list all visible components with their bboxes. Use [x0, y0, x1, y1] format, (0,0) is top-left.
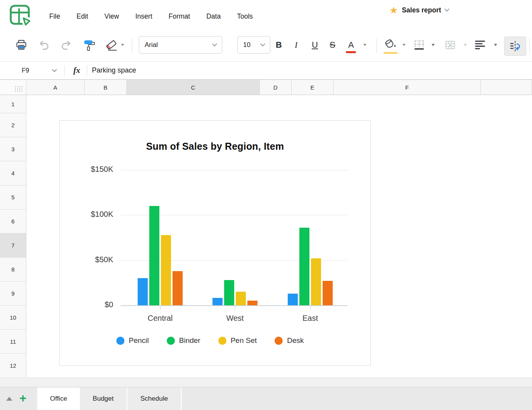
- row-headers: 123456789101112: [0, 95, 26, 378]
- menu-item-format[interactable]: Format: [161, 9, 198, 24]
- undo-button[interactable]: [37, 41, 50, 51]
- underline-button[interactable]: U: [312, 40, 318, 50]
- row-header-9[interactable]: 9: [0, 282, 26, 306]
- legend-label: Pen Set: [231, 336, 257, 345]
- category-label-west: West: [208, 314, 262, 323]
- column-header-F[interactable]: F: [333, 80, 481, 95]
- legend-item-binder: Binder: [167, 336, 200, 345]
- align-dropdown-arrow-icon[interactable]: [494, 44, 497, 46]
- legend-swatch-icon: [167, 337, 175, 345]
- font-color-dropdown-arrow-icon[interactable]: [363, 44, 366, 46]
- column-header-overflow[interactable]: [481, 80, 532, 95]
- sheet-list-button[interactable]: [6, 388, 12, 410]
- y-axis-tick-label: $50K: [74, 255, 113, 264]
- italic-button[interactable]: I: [295, 40, 297, 50]
- row-header-11[interactable]: 11: [0, 330, 26, 354]
- column-header-A[interactable]: A: [26, 80, 85, 95]
- menu-item-tools[interactable]: Tools: [229, 9, 261, 24]
- redo-button[interactable]: [60, 41, 73, 51]
- font-color-swatch: [346, 51, 356, 53]
- select-all-corner[interactable]: [0, 80, 26, 95]
- menu-item-file[interactable]: File: [41, 9, 68, 24]
- merge-dropdown-arrow-icon[interactable]: [464, 44, 467, 46]
- spreadsheet-app: FileEditViewInsertFormatDataTools ★ Sale…: [0, 0, 532, 410]
- add-sheet-button[interactable]: +: [19, 388, 26, 410]
- column-header-B[interactable]: B: [85, 80, 127, 95]
- row-header-4[interactable]: 4: [0, 161, 26, 185]
- main-menu: FileEditViewInsertFormatDataTools: [41, 0, 261, 33]
- sheet-tab-schedule[interactable]: Schedule: [128, 388, 182, 410]
- borders-dropdown-arrow-icon[interactable]: [432, 44, 435, 46]
- row-header-2[interactable]: 2: [0, 113, 26, 137]
- row-header-3[interactable]: 3: [0, 137, 26, 161]
- menu-item-edit[interactable]: Edit: [68, 9, 96, 24]
- chart-gridline-$0: [121, 305, 347, 306]
- strikethrough-button[interactable]: S: [330, 40, 335, 50]
- sheet-tab-office[interactable]: Office: [37, 388, 80, 410]
- bar-pencil-central: [138, 278, 148, 305]
- bar-desk-central: [173, 271, 183, 305]
- column-header-E[interactable]: E: [292, 80, 333, 95]
- x-axis-tick: [235, 305, 235, 310]
- favorite-star-icon[interactable]: ★: [389, 5, 398, 15]
- bar-pen-set-central: [161, 235, 171, 305]
- fx-icon[interactable]: fx: [68, 62, 85, 79]
- menu-item-view[interactable]: View: [96, 9, 127, 24]
- bar-binder-east: [299, 228, 309, 305]
- bar-binder-west: [224, 280, 234, 305]
- document-title: Sales report: [402, 6, 441, 14]
- chart-gridline-$150K: [121, 170, 347, 170]
- format-painter-button[interactable]: [83, 39, 96, 52]
- document-menu-chevron-icon[interactable]: [444, 7, 449, 12]
- borders-button[interactable]: [413, 39, 425, 51]
- eraser-dropdown-arrow-icon[interactable]: [121, 44, 124, 46]
- formula-input[interactable]: Parking space: [92, 62, 136, 79]
- cell-name-box[interactable]: F9: [0, 62, 64, 79]
- font-family-select[interactable]: Arial: [139, 36, 222, 54]
- legend-swatch-icon: [116, 337, 124, 345]
- clear-format-eraser-button[interactable]: [104, 39, 119, 52]
- category-label-east: East: [283, 314, 337, 323]
- merge-cells-button[interactable]: a: [444, 39, 456, 51]
- menu-item-data[interactable]: Data: [198, 9, 229, 24]
- font-color-button[interactable]: A: [348, 40, 354, 50]
- document-title-group[interactable]: ★ Sales report: [389, 0, 449, 20]
- sheet-tab-budget[interactable]: Budget: [80, 388, 128, 410]
- row-header-10[interactable]: 10: [0, 306, 26, 330]
- print-button[interactable]: [16, 39, 27, 51]
- toolbar: Arial 10 B I U S A: [0, 33, 532, 61]
- menu-item-insert[interactable]: Insert: [127, 9, 161, 24]
- row-header-5[interactable]: 5: [0, 185, 26, 209]
- legend-item-pencil: Pencil: [116, 336, 149, 345]
- column-header-D[interactable]: D: [260, 80, 292, 95]
- menu-bar: FileEditViewInsertFormatDataTools ★ Sale…: [0, 0, 532, 33]
- legend-item-desk: Desk: [275, 336, 304, 345]
- y-axis-tick-label: $150K: [74, 165, 113, 174]
- row-header-6[interactable]: 6: [0, 209, 26, 234]
- bar-desk-west: [247, 301, 257, 305]
- row-header-8[interactable]: 8: [0, 258, 26, 282]
- bold-button[interactable]: B: [276, 40, 282, 50]
- row-header-7[interactable]: 7: [0, 234, 26, 258]
- fill-color-dropdown-arrow-icon[interactable]: [402, 44, 406, 46]
- legend-swatch-icon: [218, 337, 226, 345]
- chart-title: Sum of Sales by Region, Item: [60, 141, 370, 152]
- font-size-select[interactable]: 10: [237, 36, 270, 54]
- row-header-12[interactable]: 12: [0, 354, 26, 378]
- text-wrap-button[interactable]: [504, 36, 526, 56]
- horizontal-align-button[interactable]: [475, 40, 485, 50]
- legend-label: Pencil: [129, 336, 149, 345]
- embedded-chart[interactable]: Sum of Sales by Region, Item $0$50K$100K…: [59, 120, 371, 366]
- row-header-1[interactable]: 1: [0, 95, 26, 113]
- bar-desk-east: [323, 281, 333, 305]
- triangle-up-icon: [6, 397, 12, 401]
- fill-color-button[interactable]: [383, 38, 398, 51]
- bar-binder-central: [149, 206, 159, 305]
- app-logo-icon[interactable]: [8, 3, 32, 29]
- font-size-value: 10: [243, 41, 261, 49]
- column-header-C[interactable]: C: [127, 80, 260, 95]
- bar-pen-set-east: [311, 258, 321, 305]
- svg-text:a: a: [449, 43, 451, 46]
- font-size-chevron-icon: [260, 42, 265, 47]
- legend-label: Binder: [179, 336, 200, 345]
